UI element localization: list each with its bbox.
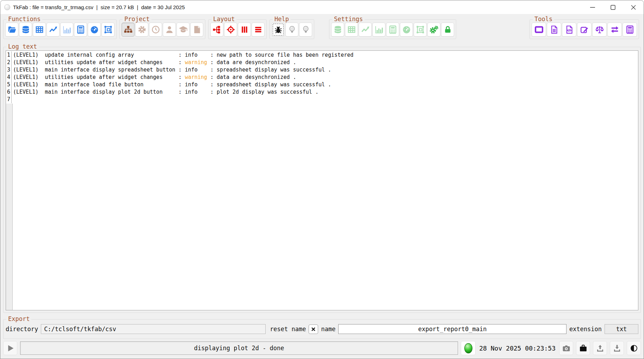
- scales-button[interactable]: [592, 23, 607, 37]
- table-button[interactable]: [345, 23, 358, 37]
- window-controls: [582, 0, 644, 14]
- minimize-button[interactable]: [582, 0, 603, 14]
- extension-label: extension: [569, 326, 602, 333]
- calculator-icon: [388, 25, 397, 34]
- tree-left-button[interactable]: [210, 23, 223, 37]
- bar-chart-button[interactable]: [372, 23, 385, 37]
- play-button[interactable]: [3, 341, 17, 355]
- rows-button[interactable]: [252, 23, 265, 37]
- status-bar: displaying plot 2d - done 28 Nov 2025 00…: [0, 339, 644, 359]
- calculator-icon: [76, 25, 85, 34]
- gauge-button[interactable]: [88, 23, 101, 37]
- file-text-icon: [550, 25, 559, 34]
- swap-arrows-icon: [610, 25, 619, 34]
- log-line-text: (LEVEL1)update internal config array: in…: [12, 51, 353, 59]
- folder-open-button[interactable]: [5, 23, 18, 37]
- lock-icon: [443, 25, 452, 34]
- bar-chart-icon: [374, 25, 384, 34]
- log-line: 4(LEVEL1)utilities update after widget c…: [6, 74, 638, 81]
- database-button[interactable]: [331, 23, 344, 37]
- xmark-icon: [310, 326, 316, 332]
- database-button[interactable]: [19, 23, 32, 37]
- bulb-icon: [287, 25, 297, 34]
- bulb-button[interactable]: [299, 23, 312, 37]
- log-gutter-fill: [6, 104, 13, 310]
- file-text-button[interactable]: [547, 23, 561, 37]
- line-number: 4: [6, 74, 12, 81]
- log-line: 6(LEVEL1)main interface display plot 2d …: [6, 88, 638, 96]
- window-title: TkFab : file = transfo_tr_trmag.csv | si…: [13, 4, 185, 10]
- upload-button[interactable]: [593, 341, 607, 355]
- maximize-button[interactable]: [603, 0, 623, 14]
- bar-chart-button[interactable]: [60, 23, 73, 37]
- directory-input[interactable]: C:/tclsoft/tkfab/csv: [41, 324, 266, 334]
- calculator-button[interactable]: [623, 23, 637, 37]
- sitemap-button[interactable]: [122, 23, 135, 37]
- file-code-icon: [565, 25, 574, 34]
- calculator-button[interactable]: [74, 23, 87, 37]
- log-text-area[interactable]: 1(LEVEL1)update internal config array: i…: [6, 50, 638, 310]
- lock-button[interactable]: [441, 23, 454, 37]
- tree-left-icon: [212, 25, 222, 34]
- database-icon: [333, 25, 342, 34]
- rows-icon: [254, 25, 263, 34]
- briefcase-icon: [579, 344, 588, 353]
- download-button[interactable]: [610, 341, 624, 355]
- database-icon: [21, 25, 30, 34]
- columns-button[interactable]: [238, 23, 251, 37]
- table-button[interactable]: [33, 23, 46, 37]
- status-led-button: [461, 341, 476, 355]
- gears-button[interactable]: [427, 23, 440, 37]
- line-number: 1: [6, 51, 12, 59]
- line-chart-button[interactable]: [47, 23, 60, 37]
- log-line-text: [12, 96, 13, 103]
- gear-button[interactable]: [135, 23, 148, 37]
- edit-pencil-button[interactable]: [577, 23, 592, 37]
- reset-name-button[interactable]: [309, 324, 318, 334]
- section-label: Project: [123, 16, 151, 23]
- line-chart-icon: [49, 25, 58, 34]
- clock-button[interactable]: [149, 23, 162, 37]
- briefcase-button[interactable]: [576, 341, 590, 355]
- calculator-button[interactable]: [386, 23, 399, 37]
- log-line-text: (LEVEL1)utilities update after widget ch…: [12, 59, 296, 66]
- bounding-box-button[interactable]: [101, 23, 114, 37]
- theme-toggle-button[interactable]: [627, 341, 641, 355]
- target-button[interactable]: [224, 23, 237, 37]
- bounding-box-button[interactable]: [414, 23, 427, 37]
- log-frame-label: Log text: [6, 43, 39, 50]
- bug-button[interactable]: [272, 23, 285, 37]
- graduation-cap-button[interactable]: [177, 23, 190, 37]
- export-frame: Export directory C:/tclsoft/tkfab/csv re…: [3, 319, 641, 339]
- bar-chart-icon: [62, 25, 72, 34]
- bulb-button[interactable]: [285, 23, 298, 37]
- graduation-cap-icon: [179, 25, 188, 34]
- section-label: Help: [273, 16, 291, 23]
- document-button[interactable]: [190, 23, 203, 37]
- statusbar-buttons: [559, 341, 641, 355]
- line-number: 5: [6, 81, 12, 88]
- line-number: 2: [6, 59, 12, 66]
- line-number: 7: [6, 96, 12, 103]
- extension-field[interactable]: txt: [605, 324, 638, 334]
- bounding-box-icon: [416, 25, 425, 34]
- line-number: 3: [6, 66, 12, 74]
- name-input[interactable]: export_report0_main: [338, 324, 566, 334]
- section-label: Layout: [211, 16, 236, 23]
- clock-icon: [151, 25, 160, 34]
- gauge-button[interactable]: [400, 23, 413, 37]
- calculator-icon: [625, 25, 634, 34]
- toolbar: FunctionsProjectLayoutHelpSettingsTools: [0, 19, 644, 41]
- bug-icon: [274, 25, 283, 34]
- line-chart-icon: [361, 25, 370, 34]
- swap-arrows-button[interactable]: [607, 23, 622, 37]
- directory-value: C:/tclsoft/tkfab/csv: [44, 326, 116, 333]
- window-button[interactable]: [532, 23, 546, 37]
- person-button[interactable]: [163, 23, 176, 37]
- close-button[interactable]: [623, 0, 644, 14]
- file-code-button[interactable]: [562, 23, 576, 37]
- line-chart-button[interactable]: [359, 23, 372, 37]
- directory-label: directory: [6, 326, 38, 333]
- camera-button[interactable]: [559, 341, 573, 355]
- toolbar-section-tools: Tools: [530, 19, 639, 39]
